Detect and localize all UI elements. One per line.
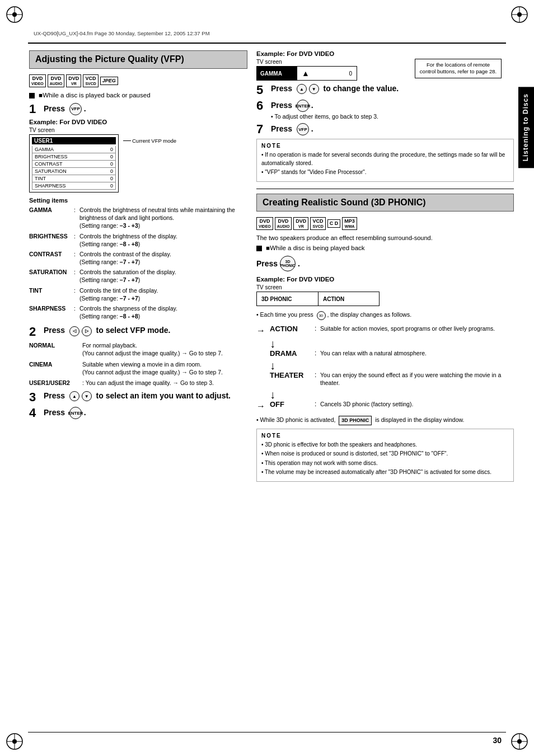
badge-vcd-svcd: VCD SVCD	[83, 74, 98, 87]
setting-row-gamma: GAMMA : Controls the brightness of neutr…	[29, 206, 247, 230]
bottom-rule	[28, 732, 506, 732]
vfp-screen-title: USER1	[32, 137, 116, 144]
flow-arrow-off: →	[256, 400, 270, 411]
example-label-vfp: Example: For DVD VIDEO	[29, 119, 247, 125]
right-button[interactable]: ▷	[82, 326, 92, 336]
vfp-row-gamma: GAMMA0	[32, 146, 116, 153]
main-content: Adjusting the Picture Quality (VFP) DVD …	[29, 50, 514, 482]
step-6-num: 6	[256, 100, 268, 112]
black-square-vfp	[29, 93, 35, 98]
setting-items: Setting items GAMMA : Controls the brigh…	[29, 197, 247, 320]
step-4-label: Press ENTER .	[44, 407, 247, 419]
badge-dvd-vr: DVD VR	[66, 74, 81, 87]
example-label-right: Example: For DVD VIDEO	[256, 50, 514, 57]
corner-decoration-bl	[4, 731, 25, 752]
step-5: 5 Press ▲ ▼ to change the value.	[256, 84, 514, 96]
gamma-value: 0	[349, 71, 352, 77]
activated-note: • While 3D phonic is activated, 3D PHONI…	[256, 416, 514, 425]
phonic-value-cell: ACTION	[318, 292, 379, 306]
step-7-content: Press VFP .	[271, 123, 514, 135]
flow-row-off: → OFF : Cancels 3D phonic (factory setti…	[256, 400, 514, 411]
step-7: 7 Press VFP .	[256, 123, 514, 135]
corner-decoration-tr	[509, 4, 530, 25]
vfp-row-contrast: CONTRAST0	[32, 161, 116, 168]
format-badges-3d: DVD VIDEO DVD AUDIO DVD VR VCD SVCD C D …	[256, 217, 514, 230]
page-number: 30	[493, 736, 502, 745]
flow-desc-off: Cancels 3D phonic (factory setting).	[320, 400, 514, 408]
enter-button-step6[interactable]: ENTER	[297, 100, 309, 112]
vfp-screen: USER1 GAMMA0 BRIGHTNESS0 CONTRAST0 SATUR…	[29, 134, 119, 192]
note-text-3d: 3D phonic is effective for both the spea…	[261, 441, 509, 477]
vfp-row-brightness: BRIGHTNESS0	[32, 153, 116, 161]
badge-dvd-audio: DVD AUDIO	[48, 74, 65, 87]
press-3d-phonic: Press 3D PHONIC .	[256, 256, 514, 271]
flow-desc-drama: You can relax with a natural atmosphere.	[320, 349, 514, 357]
step-7-label: Press VFP .	[271, 123, 514, 135]
mode-user: USER1/USER2 : You can adjust the image q…	[29, 379, 247, 387]
while-text-vfp: ■While a disc is played back or paused	[29, 92, 247, 98]
setting-row-contrast: CONTRAST : Controls the contrast of the …	[29, 250, 247, 266]
up-button-step3[interactable]: ▲	[69, 391, 79, 401]
phonic-screen: 3D PHONIC ACTION	[256, 292, 380, 306]
while-text-3d: ■While a disc is being played back	[256, 245, 514, 251]
flow-name-off: OFF	[270, 400, 315, 408]
vfp-button[interactable]: VFP	[69, 103, 82, 115]
vfp-button-step7[interactable]: VFP	[297, 123, 309, 135]
setting-row-tint: TINT : Controls the tint of the display.…	[29, 287, 247, 302]
flow-name-theater: THEATER	[270, 371, 315, 379]
tv-screen-label-3d: TV screen	[256, 284, 514, 290]
flow-row-theater: THEATER : You can enjoy the sound effect…	[256, 371, 514, 387]
flow-name-action: ACTION	[270, 325, 315, 333]
enter-button-step4[interactable]: ENTER	[69, 407, 82, 419]
3d-phonic-button[interactable]: 3D PHONIC	[280, 256, 296, 271]
left-button[interactable]: ◁	[69, 326, 79, 336]
step-3: 3 Press ▲ ▼ to select an item you want t…	[29, 391, 247, 403]
flow-row-action: → ACTION : Suitable for action movies, s…	[256, 325, 514, 336]
note-text-vfp: If no operation is made for several seco…	[261, 151, 509, 177]
setting-row-sharpness: SHARPNESS : Controls the sharpness of th…	[29, 304, 247, 320]
step-1-content: Press VFP .	[44, 103, 247, 115]
step-5-content: Press ▲ ▼ to change the value.	[271, 84, 514, 94]
setting-items-title: Setting items	[29, 197, 247, 204]
up-button-step5[interactable]: ▲	[297, 84, 307, 94]
top-rule	[28, 43, 506, 44]
gamma-label: GAMMA	[257, 67, 297, 80]
file-info: UX-QD90[UG_UX]-04.fm Page 30 Monday, Sep…	[34, 30, 210, 36]
flow-desc-action: Suitable for action movies, sport progra…	[320, 325, 514, 332]
down-button-step5[interactable]: ▼	[309, 84, 319, 94]
step-2-label: Press ◁ ▷ to select VFP mode.	[44, 326, 247, 336]
3d-phonic-badge: 3D PHONIC	[339, 416, 372, 425]
note-title-3d: NOTE	[261, 433, 509, 439]
current-vfp-note: Current VFP mode	[132, 138, 176, 144]
mode-normal: NORMAL For normal playback.(You cannot a…	[29, 341, 247, 357]
vfp-row-tint: TINT0	[32, 175, 116, 182]
gamma-arrow-area: ▲ 0	[297, 69, 357, 78]
down-button-step3[interactable]: ▼	[82, 391, 92, 401]
badge-cd-3d: C D	[327, 219, 341, 228]
flow-diagram-3d: → ACTION : Suitable for action movies, s…	[256, 325, 514, 411]
note-title-vfp: NOTE	[261, 143, 509, 149]
tv-screen-label-vfp: TV screen	[29, 127, 247, 133]
step-6-subnote: • To adjust other items, go back to step…	[271, 113, 514, 120]
badge-jpeg: JPEG	[100, 77, 118, 85]
example-label-3d: Example: For DVD VIDEO	[256, 276, 514, 283]
setting-row-saturation: SATURATION : Controls the saturation of …	[29, 268, 247, 284]
flow-name-drama: DRAMA	[270, 349, 315, 358]
badge-dvd-video: DVD VIDEO	[29, 74, 46, 87]
gamma-screen: GAMMA ▲ 0	[256, 66, 357, 81]
vfp-row-saturation: SATURATION0	[32, 168, 116, 175]
section-divider	[256, 189, 514, 189]
badge-mp3-wma-3d: MP3 WMA	[342, 217, 357, 230]
flow-desc-theater: You can enjoy the sound effect as if you…	[320, 371, 514, 387]
arrow-down-2: ↓	[256, 360, 514, 371]
flow-row-drama: DRAMA : You can relax with a natural atm…	[256, 349, 514, 358]
mode-cinema: CINEMA Suitable when viewing a movie in …	[29, 360, 247, 376]
each-time-note: • Each time you press 3D , the display c…	[256, 311, 514, 320]
section-header-vfp: Adjusting the Picture Quality (VFP)	[29, 50, 247, 69]
up-arrow-gamma: ▲	[302, 69, 310, 78]
badge-dvd-vr-3d: DVD VR	[293, 217, 308, 230]
step-4-content: Press ENTER .	[44, 407, 247, 419]
step-4: 4 Press ENTER .	[29, 407, 247, 419]
mode-select-area: NORMAL For normal playback.(You cannot a…	[29, 341, 247, 387]
left-column: Adjusting the Picture Quality (VFP) DVD …	[29, 50, 247, 482]
